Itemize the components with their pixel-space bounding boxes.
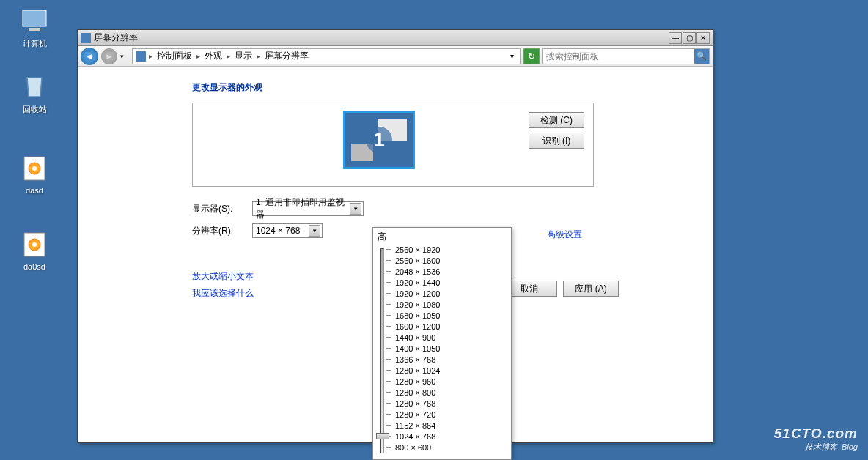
slider-tick [386, 370, 391, 371]
slider-tick [386, 260, 391, 261]
nav-bar: ◄ ► ▾ ▸ 控制面板 ▸ 外观 ▸ 显示 ▸ 屏幕分辨率 ▾ ↻ 🔍 [78, 46, 713, 67]
resolution-option[interactable]: 2560 × 1600 [395, 256, 440, 265]
watermark-line3: Blog [842, 442, 858, 451]
apply-button[interactable]: 应用 (A) [563, 281, 619, 297]
resolution-option[interactable]: 1920 × 1200 [395, 289, 440, 298]
chevron-down-icon: ▾ [309, 225, 320, 237]
watermark-line2: 技术博客 [805, 442, 837, 451]
resolution-option[interactable]: 2560 × 1920 [395, 245, 440, 254]
resolution-option[interactable]: 1280 × 800 [395, 388, 435, 397]
resolution-option[interactable]: 2048 × 1536 [395, 267, 440, 276]
resolution-option[interactable]: 1366 × 768 [395, 355, 435, 364]
breadcrumb-item[interactable]: 显示 [233, 50, 254, 62]
resolution-select[interactable]: 1024 × 768 ▾ [252, 223, 323, 238]
resolution-option[interactable]: 1280 × 960 [395, 377, 435, 386]
page-heading: 更改显示器的外观 [192, 81, 704, 94]
slider-tick [386, 414, 391, 415]
breadcrumb-arrow[interactable]: ▸ [255, 52, 262, 60]
resolution-option[interactable]: 1152 × 864 [395, 421, 435, 430]
slider-tick [386, 315, 391, 316]
identify-button[interactable]: 识别 (I) [529, 133, 584, 149]
slider-tick [386, 337, 391, 338]
resolution-option[interactable]: 1280 × 720 [395, 410, 435, 419]
breadcrumb[interactable]: ▸ 控制面板 ▸ 外观 ▸ 显示 ▸ 屏幕分辨率 ▾ [132, 48, 521, 64]
desktop-icon-da0sd[interactable]: da0sd [9, 230, 60, 271]
slider-track[interactable] [380, 248, 384, 453]
slider-tick [386, 271, 391, 272]
desktop-icon-label: dasd [9, 186, 60, 195]
window-icon [81, 33, 91, 43]
resolution-option[interactable]: 1920 × 1440 [395, 278, 440, 287]
breadcrumb-item[interactable]: 屏幕分辨率 [263, 50, 310, 62]
slider-tick [386, 293, 391, 294]
desktop-icon-dasd[interactable]: dasd [9, 154, 60, 195]
titlebar[interactable]: 屏幕分辨率 — ▢ ✕ [78, 30, 713, 46]
desktop-icon-label: 回收站 [9, 104, 60, 115]
search-input[interactable] [543, 51, 694, 62]
recycle-bin-icon [20, 72, 49, 101]
monitor-number: 1 [366, 127, 392, 153]
breadcrumb-dropdown[interactable]: ▾ [507, 52, 517, 60]
chevron-down-icon: ▾ [350, 203, 361, 215]
display-select-value: 1. 通用非即插即用监视器 [256, 196, 347, 221]
svg-point-7 [32, 242, 37, 247]
slider-tick [386, 249, 391, 250]
display-preview-box: 1 检测 (C) 识别 (I) [192, 103, 594, 187]
resolution-option[interactable]: 1280 × 768 [395, 399, 435, 408]
nav-back-button[interactable]: ◄ [81, 48, 98, 65]
svg-point-4 [32, 166, 37, 171]
resolution-option[interactable]: 1920 × 1080 [395, 300, 440, 309]
resolution-option[interactable]: 1280 × 1024 [395, 366, 440, 375]
slider-thumb[interactable] [376, 433, 389, 439]
slider-high-label: 高 [378, 231, 386, 243]
window-title: 屏幕分辨率 [94, 31, 669, 44]
detect-button[interactable]: 检测 (C) [529, 112, 584, 128]
resolution-dropdown-popup[interactable]: 高 2560 × 19202560 × 16002048 × 15361920 … [372, 227, 512, 460]
desktop-icon-recycle[interactable]: 回收站 [9, 72, 60, 115]
watermark: 51CTO.com 技术博客 Blog [774, 426, 858, 453]
resolution-option[interactable]: 1600 × 1200 [395, 322, 440, 331]
slider-tick [386, 425, 391, 426]
desktop-icon-computer[interactable]: 计算机 [9, 6, 60, 49]
computer-icon [20, 6, 49, 35]
display-label: 显示器(S): [192, 203, 252, 215]
desktop-icon-label: 计算机 [9, 38, 60, 49]
nav-history-dropdown[interactable]: ▾ [120, 53, 129, 60]
breadcrumb-arrow[interactable]: ▸ [195, 52, 202, 60]
breadcrumb-icon [136, 51, 146, 62]
watermark-line1: 51CTO.com [774, 426, 858, 442]
slider-tick [386, 381, 391, 382]
resolution-select-value: 1024 × 768 [256, 226, 306, 236]
slider-tick [386, 403, 391, 404]
resolution-option[interactable]: 1440 × 900 [395, 333, 435, 342]
advanced-settings-link[interactable]: 高级设置 [547, 229, 582, 241]
breadcrumb-arrow[interactable]: ▸ [225, 52, 232, 60]
breadcrumb-item[interactable]: 外观 [203, 50, 224, 62]
svg-rect-1 [29, 28, 40, 31]
slider-tick [386, 392, 391, 393]
slider-tick [386, 282, 391, 283]
gear-doc-icon [20, 230, 49, 259]
nav-forward-button[interactable]: ► [101, 48, 117, 64]
minimize-button[interactable]: — [669, 32, 682, 44]
search-box[interactable]: 🔍 [542, 48, 710, 64]
monitor-preview[interactable]: 1 [343, 111, 415, 169]
close-button[interactable]: ✕ [696, 32, 710, 44]
breadcrumb-arrow[interactable]: ▸ [147, 52, 154, 60]
display-select[interactable]: 1. 通用非即插即用监视器 ▾ [252, 201, 364, 216]
svg-rect-0 [23, 10, 46, 26]
refresh-button[interactable]: ↻ [523, 48, 540, 64]
slider-tick [386, 304, 391, 305]
resolution-option[interactable]: 1400 × 1050 [395, 344, 440, 353]
resolution-option[interactable]: 1680 × 1050 [395, 311, 440, 320]
breadcrumb-item[interactable]: 控制面板 [155, 50, 194, 62]
resolution-option[interactable]: 800 × 600 [395, 443, 431, 452]
resolution-label: 分辨率(R): [192, 225, 252, 237]
slider-tick [386, 359, 391, 360]
slider-tick [386, 326, 391, 327]
desktop-icon-label: da0sd [9, 262, 60, 271]
resolution-option[interactable]: 1024 × 768 [395, 432, 435, 441]
slider-tick [386, 447, 391, 448]
maximize-button[interactable]: ▢ [683, 32, 696, 44]
search-button[interactable]: 🔍 [694, 49, 709, 64]
